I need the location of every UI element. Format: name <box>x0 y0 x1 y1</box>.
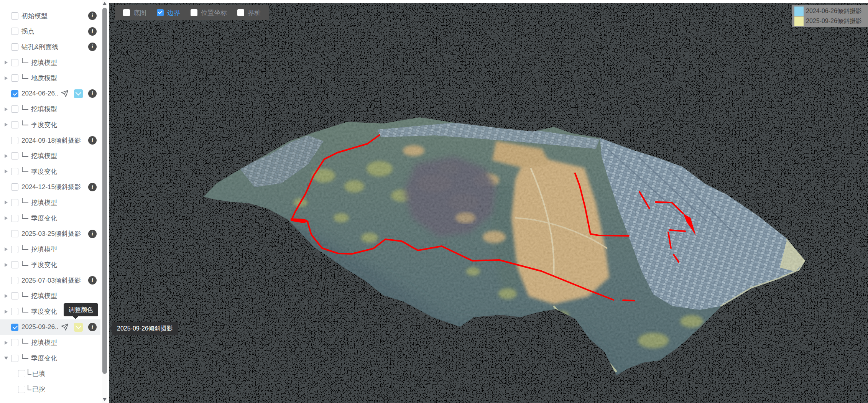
layer-row[interactable]: 挖填模型 <box>0 55 100 71</box>
layer-row[interactable]: 挖填模型 <box>0 242 100 257</box>
scrollbar-thumb[interactable] <box>102 8 107 374</box>
map-viewport[interactable]: 底图边界位置坐标界桩 2024-06-26倾斜摄影2025-09-26倾斜摄影 <box>109 3 868 403</box>
layer-row[interactable]: 挖填模型 <box>0 288 100 304</box>
toolbar-checkbox[interactable] <box>237 9 244 16</box>
info-icon[interactable]: i <box>88 27 97 36</box>
layer-checkbox[interactable] <box>11 277 18 284</box>
color-swatch-button[interactable] <box>74 323 83 332</box>
sidebar-scrollbar[interactable] <box>102 0 107 403</box>
chevron-right-icon[interactable] <box>3 247 8 251</box>
layer-row[interactable]: 挖填模型 <box>0 148 100 164</box>
info-icon[interactable]: i <box>88 136 97 145</box>
color-swatch-button[interactable] <box>74 89 83 98</box>
info-icon[interactable]: i <box>88 183 97 191</box>
chevron-right-icon[interactable] <box>3 154 8 158</box>
layer-row[interactable]: 挖填模型 <box>0 102 100 117</box>
scroll-down-arrow-icon[interactable] <box>103 398 107 401</box>
layer-row[interactable]: 2024-12-15倾斜摄影i <box>0 179 100 195</box>
locate-icon[interactable] <box>61 89 69 98</box>
layer-checkbox[interactable] <box>11 137 18 144</box>
layer-row[interactable]: 季度变化 <box>0 117 100 133</box>
layer-checkbox[interactable] <box>11 12 18 20</box>
layer-checkbox[interactable] <box>11 324 18 331</box>
info-icon[interactable]: i <box>88 323 97 331</box>
info-icon[interactable]: i <box>88 276 97 285</box>
layer-row[interactable]: 地质模型 <box>0 70 100 86</box>
layer-checkbox[interactable] <box>11 308 18 315</box>
layer-label: 2025-09-26... <box>21 323 59 331</box>
chevron-right-icon[interactable] <box>3 123 8 127</box>
layer-row[interactable]: 2025-09-26...i <box>0 319 100 335</box>
chevron-right-icon[interactable] <box>3 76 8 80</box>
layer-row[interactable]: 挖填模型 <box>0 335 100 350</box>
tree-branch-icon <box>22 261 28 266</box>
layer-checkbox[interactable] <box>11 199 18 206</box>
layer-row[interactable]: 已填 <box>0 366 100 382</box>
layer-row[interactable]: 季度变化 <box>0 350 100 366</box>
layer-checkbox[interactable] <box>11 90 18 97</box>
layer-checkbox[interactable] <box>11 152 18 160</box>
layer-checkbox[interactable] <box>11 215 18 222</box>
layer-row[interactable]: 已挖 <box>0 382 100 397</box>
info-icon[interactable]: i <box>88 43 97 51</box>
layer-row[interactable]: 2025-03-25倾斜摄影i <box>0 226 100 242</box>
chevron-right-icon[interactable] <box>3 310 8 314</box>
layer-label: 挖填模型 <box>31 58 57 67</box>
chevron-right-icon[interactable] <box>3 294 8 298</box>
toolbar-label: 位置坐标 <box>201 8 227 17</box>
tree-branch-icon <box>22 245 28 250</box>
layer-checkbox[interactable] <box>11 28 18 35</box>
layer-checkbox[interactable] <box>11 292 18 299</box>
chevron-right-icon[interactable] <box>3 61 8 64</box>
toolbar-checkbox[interactable] <box>123 9 130 16</box>
scroll-up-arrow-icon[interactable] <box>103 2 107 5</box>
layer-checkbox[interactable] <box>11 168 18 175</box>
layer-checkbox[interactable] <box>11 105 18 113</box>
info-icon[interactable]: i <box>88 89 97 98</box>
locate-icon[interactable] <box>61 323 69 331</box>
layer-row[interactable]: 季度变化 <box>0 211 100 226</box>
layer-checkbox[interactable] <box>18 370 25 377</box>
tree-branch-icon <box>22 339 28 344</box>
layer-checkbox[interactable] <box>11 183 18 191</box>
chevron-right-icon[interactable] <box>3 201 8 204</box>
chevron-right-icon[interactable] <box>3 169 8 173</box>
app-root: 底图边界位置坐标界桩 2024-06-26倾斜摄影2025-09-26倾斜摄影 … <box>0 0 868 403</box>
tree-branch-icon <box>22 74 28 79</box>
layer-row[interactable]: 钻孔&剖面线i <box>0 39 100 55</box>
layer-row[interactable]: 挖填模型 <box>0 195 100 211</box>
layer-row[interactable]: 季度变化 <box>0 257 100 273</box>
layer-row[interactable]: 季度变化 <box>0 164 100 179</box>
layer-row[interactable]: 拐点i <box>0 24 100 39</box>
toolbar-checkbox[interactable] <box>157 9 164 16</box>
toolbar-toggle[interactable]: 位置坐标 <box>191 8 227 17</box>
layer-checkbox[interactable] <box>11 121 18 128</box>
layer-checkbox[interactable] <box>18 386 25 393</box>
layer-checkbox[interactable] <box>11 261 18 268</box>
layer-row[interactable]: 2024-06-26...i <box>0 86 100 102</box>
layer-row[interactable]: 2025-07-03倾斜摄影i <box>0 273 100 288</box>
layer-checkbox[interactable] <box>11 59 18 66</box>
layer-tree: 初始模型i拐点i钻孔&剖面线i挖填模型地质模型2024-06-26...i挖填模… <box>0 0 108 397</box>
chevron-down-icon[interactable] <box>3 357 8 360</box>
layer-checkbox[interactable] <box>11 43 18 51</box>
map-toolbar: 底图边界位置坐标界桩 <box>115 5 269 20</box>
chevron-right-icon[interactable] <box>3 107 8 111</box>
info-icon[interactable]: i <box>88 12 97 20</box>
layer-row[interactable]: 2024-09-18倾斜摄影i <box>0 133 100 148</box>
info-icon[interactable]: i <box>88 230 97 238</box>
layer-checkbox[interactable] <box>11 246 18 253</box>
chevron-right-icon[interactable] <box>3 216 8 220</box>
toolbar-checkbox[interactable] <box>191 9 197 16</box>
chevron-right-icon[interactable] <box>3 341 8 345</box>
layer-checkbox[interactable] <box>11 339 18 346</box>
layer-row[interactable]: 初始模型i <box>0 8 100 24</box>
tooltip-layer-name: 2025-09-26倾斜摄影 <box>112 322 178 335</box>
layer-checkbox[interactable] <box>11 355 18 362</box>
toolbar-toggle[interactable]: 界桩 <box>237 8 261 17</box>
toolbar-toggle[interactable]: 底图 <box>123 8 146 17</box>
toolbar-toggle[interactable]: 边界 <box>157 8 180 17</box>
layer-checkbox[interactable] <box>11 230 18 237</box>
chevron-right-icon[interactable] <box>3 263 8 267</box>
layer-checkbox[interactable] <box>11 74 18 82</box>
